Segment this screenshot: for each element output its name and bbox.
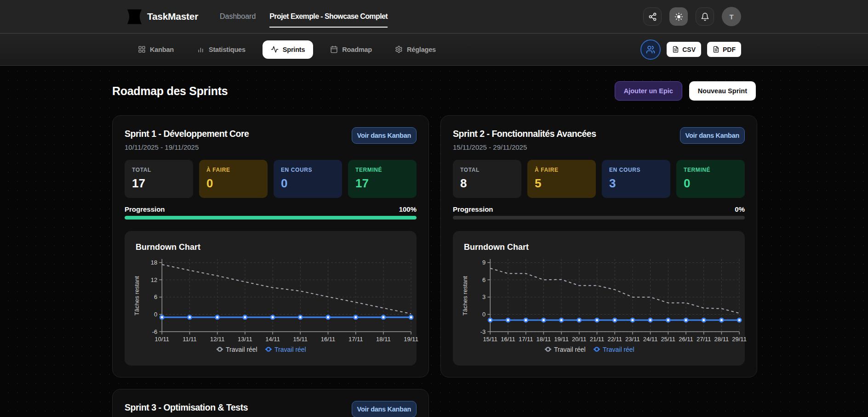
- svg-text:12/11: 12/11: [210, 336, 225, 343]
- svg-text:13/11: 13/11: [238, 336, 252, 343]
- svg-text:19/11: 19/11: [554, 336, 569, 343]
- svg-text:19/11: 19/11: [404, 336, 418, 343]
- svg-text:3: 3: [482, 293, 485, 300]
- svg-text:17/11: 17/11: [348, 336, 363, 343]
- svg-text:18: 18: [151, 259, 157, 266]
- svg-text:11/11: 11/11: [183, 336, 197, 343]
- svg-text:-3: -3: [480, 328, 486, 335]
- svg-text:29/11: 29/11: [732, 336, 747, 343]
- svg-text:Tâches restant: Tâches restant: [133, 276, 140, 316]
- svg-text:17/11: 17/11: [519, 336, 533, 343]
- svg-text:20/11: 20/11: [572, 336, 587, 343]
- svg-text:6: 6: [482, 276, 485, 283]
- svg-text:12: 12: [151, 276, 157, 283]
- svg-text:21/11: 21/11: [590, 336, 605, 343]
- svg-text:9: 9: [482, 259, 485, 266]
- svg-text:Travail réel: Travail réel: [603, 346, 634, 353]
- svg-text:Tâches restant: Tâches restant: [462, 276, 468, 316]
- svg-text:23/11: 23/11: [625, 336, 640, 343]
- svg-text:14/11: 14/11: [265, 336, 280, 343]
- svg-text:27/11: 27/11: [697, 336, 711, 343]
- svg-text:16/11: 16/11: [321, 336, 336, 343]
- svg-text:0: 0: [482, 311, 485, 318]
- svg-text:18/11: 18/11: [376, 336, 391, 343]
- svg-text:Burndown Chart: Burndown Chart: [464, 242, 529, 252]
- svg-text:10/11: 10/11: [155, 336, 170, 343]
- svg-text:25/11: 25/11: [661, 336, 676, 343]
- svg-text:Burndown Chart: Burndown Chart: [136, 242, 200, 252]
- svg-text:15/11: 15/11: [483, 336, 498, 343]
- svg-text:0: 0: [154, 311, 157, 318]
- svg-text:Travail réel: Travail réel: [554, 346, 586, 353]
- svg-text:22/11: 22/11: [607, 336, 622, 343]
- svg-text:28/11: 28/11: [714, 336, 729, 343]
- svg-text:Travail réel: Travail réel: [226, 346, 257, 353]
- svg-text:18/11: 18/11: [537, 336, 551, 343]
- svg-text:26/11: 26/11: [679, 336, 693, 343]
- svg-text:6: 6: [154, 293, 157, 300]
- svg-text:16/11: 16/11: [501, 336, 515, 343]
- svg-text:15/11: 15/11: [293, 336, 308, 343]
- svg-text:-6: -6: [152, 328, 158, 335]
- svg-text:Travail réel: Travail réel: [274, 346, 306, 353]
- svg-text:24/11: 24/11: [643, 336, 658, 343]
